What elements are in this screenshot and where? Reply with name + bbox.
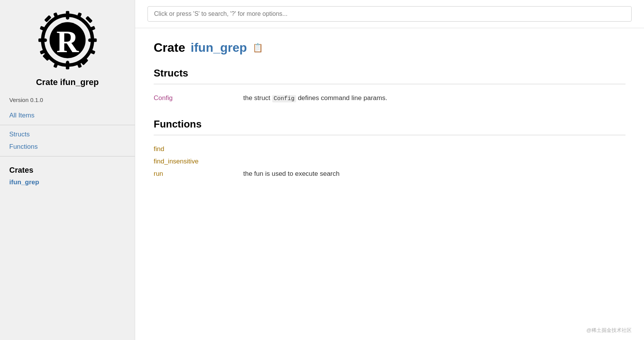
sidebar-item-functions[interactable]: Functions [0, 141, 135, 153]
sidebar-version: Version 0.1.0 [0, 94, 135, 103]
page-title: Crate ifun_grep 📋 [154, 41, 625, 55]
sidebar-crate-ifun-grep[interactable]: ifun_grep [0, 177, 135, 188]
page-title-crate-name: ifun_grep [191, 41, 247, 55]
content-area: Crate ifun_grep 📋 Structs Config the str… [135, 28, 644, 321]
structs-heading: Structs [154, 67, 625, 79]
watermark: @稀土掘金技术社区 [135, 321, 644, 340]
sidebar-divider-2 [0, 156, 135, 156]
rust-logo: R [37, 9, 98, 71]
svg-point-20 [66, 61, 69, 64]
struct-config-desc-text: the struct [243, 94, 272, 102]
functions-divider [154, 135, 625, 135]
sidebar-crate-title: Crate ifun_grep [30, 77, 105, 87]
clipboard-icon[interactable]: 📋 [253, 43, 263, 53]
sidebar-logo-area: R Crate ifun_grep [0, 0, 135, 94]
search-input[interactable] [147, 6, 632, 22]
struct-config-desc-code: Config [272, 95, 296, 102]
sidebar-divider-1 [0, 125, 135, 125]
fn-run-description: the fun is used to execute search [243, 170, 340, 178]
struct-config-link[interactable]: Config [154, 94, 231, 102]
svg-text:R: R [56, 25, 79, 59]
page-title-crate-label: Crate [154, 41, 185, 55]
fn-find-insensitive-link[interactable]: find_insensitive [154, 158, 231, 165]
svg-point-22 [88, 39, 92, 42]
sidebar-item-structs[interactable]: Structs [0, 128, 135, 141]
sidebar-nav: All Items Structs Functions Crates ifun_… [0, 103, 135, 194]
fn-find-row: find [154, 143, 625, 155]
sidebar: R Crate ifun_grep Version 0.1.0 All Item… [0, 0, 135, 340]
functions-heading: Functions [154, 118, 625, 130]
svg-point-21 [43, 39, 47, 42]
struct-config-row: Config the struct Config defines command… [154, 92, 625, 104]
functions-section: Functions find find_insensitive run the … [154, 118, 625, 180]
fn-find-insensitive-row: find_insensitive [154, 155, 625, 168]
search-bar-container [135, 0, 644, 28]
svg-point-19 [66, 16, 69, 20]
fn-find-link[interactable]: find [154, 145, 231, 153]
fn-run-link[interactable]: run [154, 170, 231, 178]
main-content: Crate ifun_grep 📋 Structs Config the str… [135, 0, 644, 340]
structs-section: Structs Config the struct Config defines… [154, 67, 625, 104]
struct-config-desc-suffix: defines command line params. [296, 94, 387, 102]
struct-config-description: the struct Config defines command line p… [243, 94, 387, 102]
sidebar-crates-heading: Crates [0, 160, 135, 177]
fn-run-row: run the fun is used to execute search [154, 168, 625, 180]
structs-divider [154, 84, 625, 84]
sidebar-item-all-items[interactable]: All Items [0, 109, 135, 122]
